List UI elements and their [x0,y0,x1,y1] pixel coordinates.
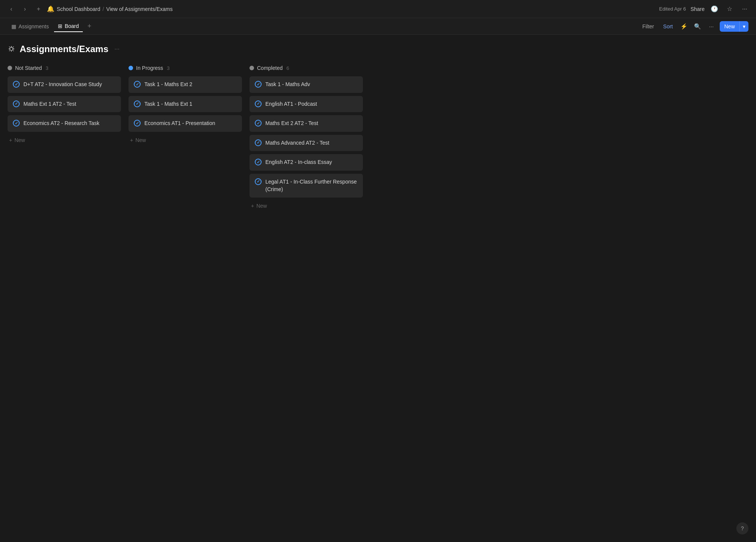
breadcrumb: 🔔 School Dashboard / View of Assignments… [47,5,173,12]
breadcrumb-parent[interactable]: School Dashboard [57,6,100,12]
tabbar: ▦ Assignments ⊞ Board + Filter Sort ⚡ 🔍 … [0,18,756,35]
page-icon: ⛭ [8,44,16,54]
search-button[interactable]: 🔍 [692,21,703,32]
card-text-completed-4: English AT2 - In-class Essay [265,159,332,166]
column-completed: Completed6Task 1 - Maths AdvEnglish AT1 … [249,63,363,211]
card-check-icon-not-started-1 [13,100,20,107]
tab-board-label: Board [65,23,79,29]
card-text-completed-2: Maths Ext 2 AT2 - Test [265,120,318,127]
card-not-started-1[interactable]: Maths Ext 1 AT2 - Test [8,96,121,113]
topnav: ‹ › + 🔔 School Dashboard / View of Assig… [0,0,756,18]
card-completed-0[interactable]: Task 1 - Maths Adv [249,76,363,93]
card-check-icon-completed-2 [255,120,262,127]
card-check-icon-in-progress-2 [134,120,141,127]
star-button[interactable]: ☆ [724,4,735,14]
options-button[interactable]: ··· [706,21,717,32]
card-text-in-progress-0: Task 1 - Maths Ext 2 [144,81,192,88]
card-not-started-2[interactable]: Economics AT2 - Research Task [8,115,121,132]
filter-button[interactable]: Filter [639,22,657,31]
card-completed-4[interactable]: English AT2 - In-class Essay [249,154,363,171]
card-check-icon-in-progress-0 [134,81,141,88]
bell-icon: 🔔 [47,5,54,12]
col-new-button-in-progress[interactable]: +New [129,135,242,145]
card-completed-5[interactable]: Legal AT1 - In-Class Further Response (C… [249,174,363,198]
add-tab-button[interactable]: + [84,21,95,32]
column-in-progress: In Progress3Task 1 - Maths Ext 2Task 1 -… [129,63,242,145]
card-text-not-started-2: Economics AT2 - Research Task [23,120,99,127]
main-content: ⛭ Assignments/Exams ··· Not Started3D+T … [0,35,756,220]
col-count-completed: 6 [287,65,289,71]
col-title-completed: Completed [257,65,283,71]
column-not-started: Not Started3D+T AT2 - Innovation Case St… [8,63,121,145]
add-button[interactable]: + [33,4,44,14]
board-icon: ⊞ [58,23,62,29]
col-title-not-started: Not Started [15,65,42,71]
card-completed-2[interactable]: Maths Ext 2 AT2 - Test [249,115,363,132]
col-new-button-not-started[interactable]: +New [8,135,121,145]
new-button[interactable]: New ▾ [720,21,748,32]
page-title: Assignments/Exams [20,44,108,54]
card-check-icon-completed-3 [255,139,262,146]
card-check-icon-not-started-2 [13,120,20,127]
card-check-icon-completed-1 [255,100,262,107]
col-new-label-in-progress: New [135,137,146,143]
col-count-in-progress: 3 [167,65,170,71]
page-title-row: ⛭ Assignments/Exams ··· [8,44,748,54]
back-button[interactable]: ‹ [6,4,17,14]
card-check-icon-in-progress-1 [134,100,141,107]
new-dropdown-arrow[interactable]: ▾ [739,21,748,32]
table-icon: ▦ [11,23,16,29]
breadcrumb-separator: / [102,6,104,12]
card-check-icon-completed-0 [255,81,262,88]
tabbar-left: ▦ Assignments ⊞ Board + [8,21,95,32]
card-text-not-started-0: D+T AT2 - Innovation Case Study [23,81,102,88]
card-completed-1[interactable]: English AT1 - Podcast [249,96,363,113]
sort-button[interactable]: Sort [660,22,676,31]
page-more-button[interactable]: ··· [112,45,122,53]
new-button-label: New [720,21,739,32]
card-in-progress-0[interactable]: Task 1 - Maths Ext 2 [129,76,242,93]
col-dot-in-progress [129,66,133,70]
col-new-button-completed[interactable]: +New [249,201,363,211]
card-completed-3[interactable]: Maths Advanced AT2 - Test [249,135,363,151]
lightning-button[interactable]: ⚡ [679,21,689,32]
card-text-completed-5: Legal AT1 - In-Class Further Response (C… [265,178,358,193]
card-in-progress-2[interactable]: Economics AT1 - Presentation [129,115,242,132]
card-check-icon-not-started-0 [13,81,20,88]
col-new-label-completed: New [256,203,267,209]
forward-button[interactable]: › [20,4,30,14]
plus-icon-not-started: + [9,137,12,143]
topnav-left: ‹ › + 🔔 School Dashboard / View of Assig… [6,4,173,14]
edited-label: Edited Apr 6 [659,6,686,12]
col-count-not-started: 3 [46,65,48,71]
more-button[interactable]: ··· [739,4,750,14]
col-header-in-progress: In Progress3 [129,63,242,73]
board: Not Started3D+T AT2 - Innovation Case St… [8,63,748,211]
card-check-icon-completed-4 [255,159,262,165]
col-header-completed: Completed6 [249,63,363,73]
card-text-not-started-1: Maths Ext 1 AT2 - Test [23,100,76,108]
col-new-label-not-started: New [14,137,25,143]
tab-board[interactable]: ⊞ Board [54,21,82,32]
col-header-not-started: Not Started3 [8,63,121,73]
tab-assignments-label: Assignments [19,23,49,29]
plus-icon-in-progress: + [130,137,133,143]
tab-assignments[interactable]: ▦ Assignments [8,21,53,32]
breadcrumb-current: View of Assignments/Exams [106,6,173,12]
card-text-completed-1: English AT1 - Podcast [265,100,317,108]
help-button[interactable]: ? [736,522,748,534]
col-title-in-progress: In Progress [136,65,163,71]
card-text-in-progress-2: Economics AT1 - Presentation [144,120,215,127]
card-in-progress-1[interactable]: Task 1 - Maths Ext 1 [129,96,242,113]
plus-icon-completed: + [251,203,254,209]
card-not-started-0[interactable]: D+T AT2 - Innovation Case Study [8,76,121,93]
topnav-right: Edited Apr 6 Share 🕐 ☆ ··· [659,4,750,14]
tabbar-right: Filter Sort ⚡ 🔍 ··· New ▾ [639,21,748,32]
col-dot-not-started [8,66,12,70]
share-button[interactable]: Share [691,6,705,12]
card-text-completed-3: Maths Advanced AT2 - Test [265,139,329,147]
col-dot-completed [249,66,254,70]
card-text-completed-0: Task 1 - Maths Adv [265,81,310,88]
history-button[interactable]: 🕐 [709,4,720,14]
card-text-in-progress-1: Task 1 - Maths Ext 1 [144,100,192,108]
